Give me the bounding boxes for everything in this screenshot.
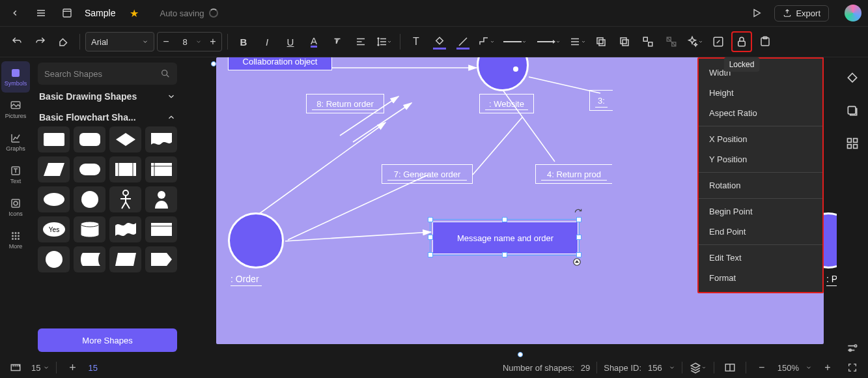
font-color-button[interactable]: A [303, 31, 324, 52]
search-shapes-input[interactable]: Search Shapes [38, 63, 177, 85]
fill-color-button[interactable] [429, 31, 450, 52]
section-basic-drawing[interactable]: Basic Drawing Shapes [38, 85, 177, 106]
ctx-aspect[interactable]: Aspect Ratio [699, 103, 822, 123]
clear-format-button[interactable] [327, 31, 348, 52]
shape-actor[interactable] [109, 186, 141, 212]
page-handle-bottom[interactable] [518, 352, 523, 357]
shape-diamond[interactable] [109, 126, 141, 153]
shape-terminator[interactable] [74, 156, 105, 182]
shape-document[interactable] [145, 126, 177, 153]
node-return-prod[interactable]: 4: Return prod [535, 164, 612, 184]
star-icon[interactable]: ★ [130, 7, 139, 20]
view-mode-button[interactable] [721, 360, 739, 375]
menu-button[interactable] [33, 5, 49, 22]
line-style-button[interactable] [499, 31, 531, 52]
shape-ellipse[interactable] [38, 186, 70, 212]
rail-symbols[interactable]: Symbols [1, 61, 30, 93]
chevron-down-icon[interactable] [805, 364, 812, 371]
bring-front-button[interactable] [614, 31, 635, 52]
ctx-edittext[interactable]: Edit Text [699, 248, 822, 268]
fullscreen-button[interactable] [843, 360, 861, 375]
ruler-toggle[interactable] [7, 360, 25, 375]
shape-yes[interactable]: Yes [38, 216, 70, 242]
effects-button[interactable] [684, 31, 705, 52]
anchor-icon[interactable] [572, 257, 581, 267]
font-size-plus[interactable]: + [204, 33, 221, 51]
text-tool-button[interactable]: T [406, 31, 427, 52]
shape-stored-data[interactable] [74, 246, 105, 272]
apps-button[interactable] [843, 134, 861, 153]
node-circle-top[interactable] [477, 57, 529, 91]
send-back-button[interactable] [591, 31, 611, 52]
shape-display[interactable] [145, 246, 177, 272]
rotate-handle-icon[interactable] [574, 208, 583, 217]
edit-button[interactable] [708, 31, 729, 52]
shape-card[interactable] [145, 216, 177, 242]
back-button[interactable] [7, 5, 23, 22]
line-color-button[interactable] [453, 31, 473, 52]
distribute-button[interactable] [567, 31, 588, 52]
group-button[interactable] [637, 31, 658, 52]
zoom-in-button[interactable]: + [819, 360, 837, 375]
node-generate[interactable]: 7: Generate order [382, 164, 473, 184]
undo-button[interactable] [7, 31, 27, 52]
rail-text[interactable]: Text [1, 159, 30, 190]
node-three[interactable]: 3: [589, 90, 613, 111]
ctx-rotation[interactable]: Rotation [699, 175, 822, 196]
node-collaboration[interactable]: Collaboration object [228, 57, 332, 70]
font-family-select[interactable]: Arial [85, 32, 154, 51]
shape-internal-storage[interactable] [145, 156, 177, 182]
layers-status-button[interactable] [689, 360, 707, 375]
theme-button[interactable] [843, 69, 861, 87]
ctx-ypos[interactable]: Y Position [699, 149, 822, 169]
shape-manual-op[interactable] [109, 246, 141, 272]
shape-person[interactable] [145, 186, 177, 212]
shape-predefined[interactable] [109, 156, 141, 182]
bold-button[interactable]: B [233, 31, 254, 52]
rail-more[interactable]: More [1, 224, 30, 255]
canvas-area[interactable]: Collaboration object 8: Return order : W… [184, 57, 837, 357]
export-button[interactable]: Export [774, 5, 829, 22]
ctx-height[interactable]: Height [699, 83, 822, 103]
zoom-out-button[interactable]: − [753, 360, 771, 375]
lock-button[interactable]: Locked [731, 31, 752, 52]
add-page-button[interactable]: + [63, 360, 81, 375]
rail-graphs[interactable]: Graphs [1, 126, 30, 158]
underline-button[interactable]: U [280, 31, 301, 52]
font-size-minus[interactable]: − [158, 33, 175, 51]
arrow-style-button[interactable] [533, 31, 565, 52]
ctx-width[interactable]: Width [699, 63, 822, 83]
italic-button[interactable]: I [257, 31, 277, 52]
connector-button[interactable] [476, 31, 497, 52]
page-handle-left[interactable] [211, 61, 216, 66]
shape-circle2[interactable] [38, 246, 70, 272]
node-return-order[interactable]: 8: Return order [306, 94, 384, 113]
redo-button[interactable] [30, 31, 51, 52]
page-size-select[interactable]: 15 [31, 363, 49, 373]
settings-toggle[interactable] [843, 340, 861, 356]
format-painter-button[interactable] [53, 31, 74, 52]
node-order-circle[interactable] [228, 212, 284, 269]
ctx-begin[interactable]: Begin Point [699, 201, 822, 222]
more-shapes-button[interactable]: More Shapes [38, 328, 177, 352]
shape-circle[interactable] [74, 186, 105, 212]
section-basic-flowchart[interactable]: Basic Flowchart Sha... [38, 106, 177, 126]
ctx-end[interactable]: End Point [699, 222, 822, 242]
ctx-format[interactable]: Format [699, 268, 822, 288]
play-button[interactable] [748, 5, 765, 22]
chevron-down-icon[interactable] [669, 364, 675, 371]
node-website[interactable]: : Website [479, 94, 534, 113]
save-icon[interactable] [59, 5, 76, 22]
rail-icons[interactable]: Icons [1, 192, 30, 223]
align-button[interactable] [350, 31, 371, 52]
shape-rect[interactable] [38, 126, 70, 153]
shape-tape[interactable] [109, 216, 141, 242]
node-message[interactable]: Message name and order [432, 222, 578, 254]
shape-database[interactable] [74, 216, 105, 242]
line-spacing-button[interactable] [374, 31, 395, 52]
canvas[interactable]: Collaboration object 8: Return order : W… [216, 57, 824, 344]
font-size-stepper[interactable]: − 8 + [157, 32, 222, 51]
ctx-xpos[interactable]: X Position [699, 129, 822, 149]
rail-pictures[interactable]: Pictures [1, 94, 30, 125]
avatar[interactable] [845, 5, 861, 22]
